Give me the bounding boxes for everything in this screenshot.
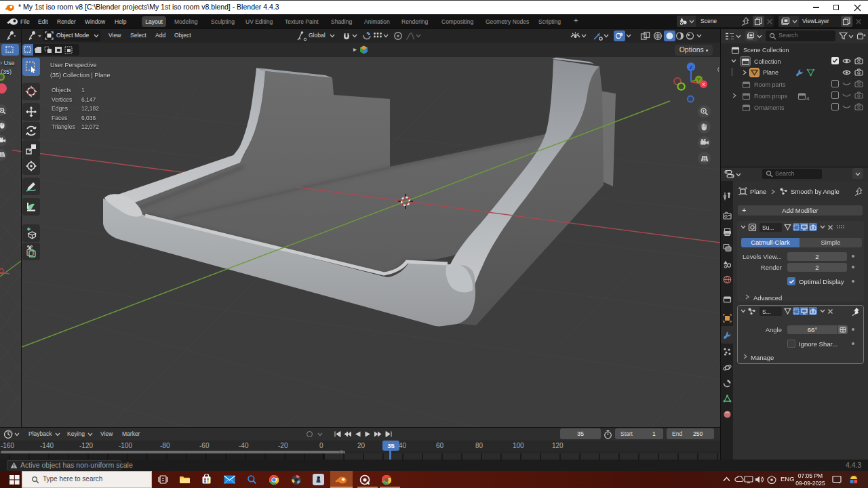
svg-text:X: X	[702, 81, 705, 87]
svg-text:Z: Z	[690, 64, 693, 70]
svg-text:❬: ❬	[716, 66, 719, 73]
svg-text:Y: Y	[697, 77, 701, 83]
